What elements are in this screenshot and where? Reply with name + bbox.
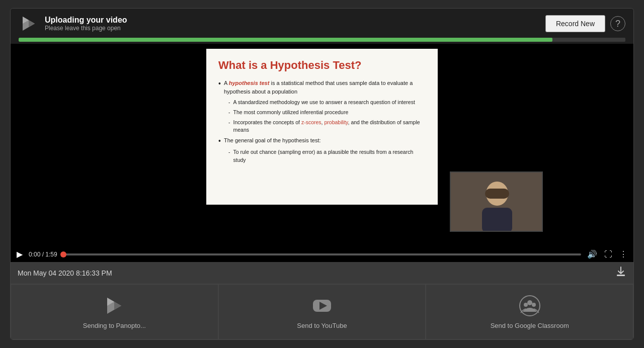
- share-card-panopto[interactable]: Sending to Panopto...: [11, 284, 218, 339]
- app-window: Uploading your video Please leave this p…: [10, 8, 634, 340]
- google-classroom-share-icon: [519, 295, 541, 317]
- share-card-google-classroom[interactable]: Send to Google Classroom: [426, 284, 633, 339]
- svg-rect-8: [617, 275, 625, 276]
- upload-subtitle: Please leave this page open: [45, 25, 127, 32]
- svg-rect-7: [485, 189, 509, 199]
- header-right: Record New ?: [545, 15, 625, 32]
- control-icons: 🔊 ⛶ ⋮: [587, 249, 627, 259]
- webcam-person: [451, 172, 542, 231]
- video-area: What is a Hypothesis Test? • A hypothesi…: [11, 44, 633, 262]
- bottom-section: Mon May 04 2020 8:16:33 PM Sending to Pa…: [11, 262, 633, 339]
- download-button[interactable]: [615, 266, 626, 280]
- upload-progress-fill: [19, 38, 552, 42]
- svg-point-17: [532, 303, 536, 307]
- download-icon: [615, 266, 626, 277]
- video-controls: ▶ 0:00 / 1:59 🔊 ⛶ ⋮: [11, 246, 633, 262]
- upload-progress-bar: [19, 38, 625, 42]
- youtube-label: Send to YouTube: [297, 322, 347, 329]
- time-display: 0:00 / 1:59: [29, 251, 57, 258]
- help-icon-button[interactable]: ?: [610, 16, 625, 31]
- slide-container: What is a Hypothesis Test? • A hypothesi…: [206, 49, 438, 205]
- panopto-label: Sending to Panopto...: [83, 322, 146, 329]
- header-text: Uploading your video Please leave this p…: [45, 16, 127, 32]
- webcam-silhouette: [451, 172, 543, 232]
- panopto-logo-icon: [19, 14, 39, 34]
- volume-button[interactable]: 🔊: [587, 249, 597, 259]
- svg-marker-11: [114, 302, 121, 310]
- more-options-button[interactable]: ⋮: [619, 249, 627, 259]
- fullscreen-button[interactable]: ⛶: [604, 250, 612, 259]
- upload-title: Uploading your video: [45, 16, 127, 25]
- slide-bullet-1: • A hypothesis test is a statistical met…: [218, 79, 426, 96]
- svg-point-15: [527, 300, 532, 305]
- share-row: Sending to Panopto... Send to YouTube: [11, 284, 633, 339]
- svg-point-16: [524, 303, 528, 307]
- youtube-share-icon: [311, 295, 333, 317]
- play-button[interactable]: ▶: [17, 249, 23, 259]
- header: Uploading your video Please leave this p…: [11, 9, 633, 44]
- slide-title: What is a Hypothesis Test?: [218, 59, 426, 72]
- seek-handle: [60, 251, 66, 257]
- slide-sub-2: ‐ The most commonly utilized inferential…: [228, 109, 426, 117]
- header-left: Uploading your video Please leave this p…: [19, 14, 127, 34]
- record-new-button[interactable]: Record New: [545, 15, 605, 32]
- slide-sub-4: ‐ To rule out chance (sampling error) as…: [228, 148, 426, 164]
- seek-bar[interactable]: [63, 253, 581, 255]
- webcam-overlay: [450, 171, 543, 232]
- slide-content: • A hypothesis test is a statistical met…: [218, 79, 426, 164]
- filename-text: Mon May 04 2020 8:16:33 PM: [18, 269, 615, 277]
- share-card-youtube[interactable]: Send to YouTube: [218, 284, 426, 339]
- panopto-share-icon: [103, 295, 125, 317]
- slide-bullet-2: • The general goal of the hypothesis tes…: [218, 136, 426, 145]
- slide-sub-1: ‐ A standardized methodology we use to a…: [228, 99, 426, 107]
- slide-sub-3: ‐ Incorporates the concepts of z-scores,…: [228, 119, 426, 135]
- svg-point-14: [520, 296, 540, 316]
- filename-bar: Mon May 04 2020 8:16:33 PM: [11, 262, 633, 284]
- svg-marker-2: [29, 20, 35, 27]
- svg-rect-5: [482, 208, 512, 232]
- google-classroom-label: Send to Google Classroom: [491, 322, 569, 329]
